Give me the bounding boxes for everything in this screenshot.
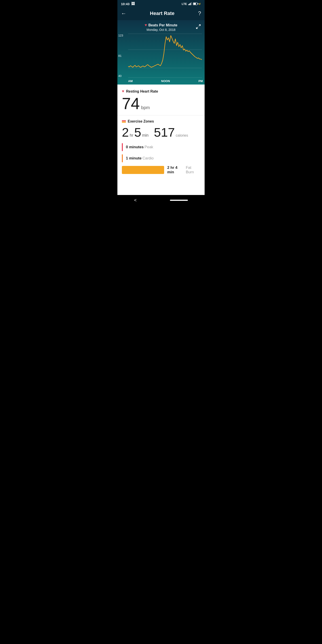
- heart-rate-chart: [128, 33, 202, 78]
- peak-zone-row: 0 minutes Peak: [122, 143, 200, 151]
- peak-zone-time: 0 minutes: [126, 145, 144, 149]
- status-bar: 10:43 🖼 LTE ⚡: [118, 0, 204, 8]
- fat-burn-time: 2 hr 4 min: [167, 166, 185, 174]
- exercise-hours: 2: [122, 126, 129, 139]
- exercise-minutes-unit: min: [142, 133, 148, 138]
- exercise-header: Exercise Zones: [122, 120, 200, 124]
- y-label-min: 40: [118, 74, 123, 78]
- chart-legend: ♥ Beats Per Minute: [145, 23, 178, 28]
- svg-line-0: [199, 24, 200, 26]
- battery-fill: [194, 3, 196, 5]
- x-label-pm: PM: [198, 80, 203, 83]
- exercise-time: 2 hr 5 min: [122, 126, 148, 139]
- calories-unit: calories: [176, 134, 188, 138]
- exercise-title: Exercise Zones: [128, 120, 154, 124]
- chart-title-group: ♥ Beats Per Minute Monday, Oct 8, 2018: [145, 23, 178, 32]
- calories-group: 517 calories: [154, 126, 188, 139]
- system-back-button[interactable]: <: [134, 198, 137, 203]
- bottom-nav: <: [118, 195, 204, 207]
- fat-burn-label: 2 hr 4 min Fat Burn: [167, 166, 200, 174]
- resting-hr-section: ♥ Resting Heart Rate 74 bpm: [118, 84, 204, 116]
- exercise-section: Exercise Zones 2 hr 5 min 517 calories 0…: [118, 116, 204, 182]
- cardio-zone-text: 1 minute Cardio: [126, 156, 154, 160]
- exercise-hours-unit: hr: [130, 133, 133, 138]
- home-indicator[interactable]: [170, 200, 188, 201]
- exercise-minutes: 5: [134, 126, 141, 139]
- calories-value: 517: [154, 126, 175, 139]
- resting-heart-icon: ♥: [122, 89, 124, 94]
- time: 10:43: [121, 2, 130, 6]
- chart-legend-label: Beats Per Minute: [148, 23, 177, 27]
- cardio-zone-name: Cardio: [142, 156, 154, 160]
- chart-x-labels: AM NOON PM: [118, 78, 204, 84]
- y-label-max: 123: [118, 34, 123, 37]
- peak-zone-bar: [122, 143, 123, 151]
- resting-hr-value: 74 bpm: [122, 96, 200, 112]
- exercise-stats: 2 hr 5 min 517 calories: [122, 126, 200, 139]
- chart-header: ♥ Beats Per Minute Monday, Oct 8, 2018: [118, 23, 204, 33]
- chart-container: 123 81 40: [118, 33, 204, 78]
- help-button[interactable]: ?: [198, 10, 201, 16]
- peak-zone-text: 0 minutes Peak: [126, 145, 153, 149]
- fat-burn-name: Fat Burn: [186, 166, 200, 174]
- chart-y-labels: 123 81 40: [118, 33, 123, 78]
- network-label: LTE: [182, 2, 187, 6]
- y-label-mid: 81: [118, 54, 123, 58]
- resting-hr-label: ♥ Resting Heart Rate: [122, 89, 200, 94]
- spacer: [118, 182, 204, 195]
- page-title: Heart Rate: [150, 10, 174, 16]
- x-label-am: AM: [128, 80, 132, 83]
- heart-icon: ♥: [145, 23, 147, 28]
- fat-burn-bar: [122, 166, 164, 174]
- resting-hr-unit: bpm: [141, 105, 150, 110]
- status-left: 10:43 🖼: [121, 2, 135, 6]
- resting-hr-number: 74: [122, 96, 140, 112]
- content-area: ♥ Resting Heart Rate 74 bpm Exercise Zon…: [118, 84, 204, 195]
- photo-icon: 🖼: [131, 2, 135, 6]
- x-label-noon: NOON: [161, 80, 170, 83]
- exercise-zones-icon: [122, 120, 126, 123]
- charging-icon: ⚡: [198, 3, 201, 5]
- cardio-zone-bar: [122, 154, 123, 162]
- cardio-zone-row: 1 minute Cardio: [122, 154, 200, 162]
- battery-icon: [193, 2, 198, 5]
- cardio-zone-time: 1 minute: [126, 156, 142, 160]
- fat-burn-zone-row: 2 hr 4 min Fat Burn: [122, 166, 200, 174]
- expand-button[interactable]: [196, 24, 201, 30]
- svg-line-1: [196, 27, 198, 28]
- chart-date: Monday, Oct 8, 2018: [147, 28, 176, 32]
- chart-section: ♥ Beats Per Minute Monday, Oct 8, 2018 1…: [118, 20, 204, 84]
- back-button[interactable]: ←: [121, 10, 126, 16]
- header: ← Heart Rate ?: [118, 8, 204, 20]
- peak-zone-name: Peak: [144, 145, 153, 149]
- status-right: LTE ⚡: [182, 2, 201, 6]
- signal-bars: [188, 2, 192, 5]
